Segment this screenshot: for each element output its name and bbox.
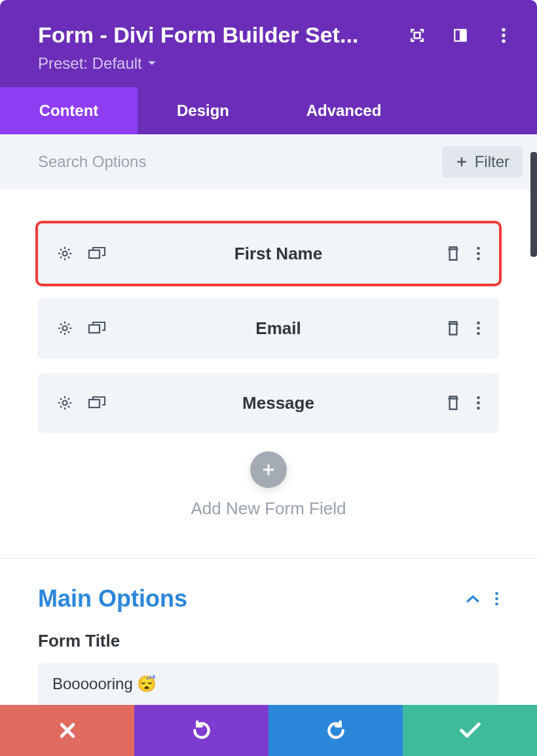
search-row: Filter [0, 134, 537, 189]
svg-rect-2 [455, 30, 460, 40]
svg-point-3 [502, 28, 505, 31]
more-icon[interactable] [476, 246, 481, 261]
content-area: First Name [0, 189, 537, 756]
svg-point-16 [63, 401, 67, 406]
svg-point-4 [502, 33, 505, 37]
more-icon[interactable] [476, 395, 481, 411]
trash-icon[interactable] [446, 394, 460, 411]
check-icon [459, 722, 481, 739]
svg-point-14 [477, 327, 480, 330]
field-row[interactable]: Email [38, 298, 499, 358]
redo-icon [325, 720, 346, 741]
responsive-icon[interactable] [451, 26, 470, 45]
svg-rect-7 [89, 250, 100, 258]
undo-button[interactable] [134, 705, 268, 756]
svg-point-21 [495, 592, 498, 595]
svg-rect-0 [415, 32, 420, 38]
field-row[interactable]: First Name [38, 223, 499, 284]
form-title-input[interactable]: Boooooring 😴 [38, 663, 499, 705]
svg-point-20 [477, 407, 480, 410]
svg-point-11 [63, 326, 67, 331]
svg-point-15 [477, 332, 480, 335]
svg-point-22 [495, 597, 498, 601]
svg-point-5 [502, 39, 505, 42]
svg-point-19 [477, 402, 480, 405]
portability-icon[interactable] [407, 26, 427, 45]
filter-label: Filter [475, 153, 509, 171]
svg-point-18 [477, 396, 480, 400]
svg-point-10 [477, 257, 480, 261]
save-button[interactable] [403, 705, 537, 756]
gear-icon[interactable] [56, 245, 73, 262]
add-field-button[interactable] [250, 451, 287, 488]
plus-icon [455, 155, 468, 168]
undo-icon [191, 720, 212, 741]
more-options-icon[interactable] [494, 26, 513, 45]
more-icon[interactable] [476, 320, 481, 336]
field-label: Message [135, 393, 422, 413]
section-header[interactable]: Main Options [38, 559, 499, 631]
section-more-icon[interactable] [494, 591, 499, 607]
cancel-button[interactable] [0, 705, 134, 756]
tab-advanced[interactable]: Advanced [268, 87, 419, 134]
field-label: Email [135, 318, 422, 339]
filter-button[interactable]: Filter [442, 146, 523, 178]
svg-point-13 [477, 322, 480, 325]
tab-content[interactable]: Content [0, 87, 138, 134]
panel-header: Form - Divi Form Builder Set... [0, 0, 537, 87]
chevron-down-icon [147, 60, 157, 67]
duplicate-icon[interactable] [88, 320, 106, 336]
trash-icon[interactable] [446, 245, 460, 262]
preset-selector[interactable]: Preset: Default [38, 54, 513, 73]
gear-icon[interactable] [56, 394, 73, 411]
footer-actions [0, 705, 537, 756]
tab-design[interactable]: Design [138, 87, 268, 134]
form-title-value: Boooooring 😴 [52, 675, 157, 692]
preset-label: Preset: Default [38, 54, 142, 73]
gear-icon[interactable] [56, 320, 73, 337]
svg-point-8 [477, 247, 480, 250]
add-field-label: Add New Form Field [38, 499, 499, 519]
trash-icon[interactable] [446, 320, 460, 337]
duplicate-icon[interactable] [88, 246, 106, 261]
close-icon [58, 721, 77, 740]
field-row[interactable]: Message [38, 373, 499, 433]
svg-point-9 [477, 252, 480, 255]
field-label: First Name [135, 244, 422, 264]
svg-point-6 [63, 252, 67, 256]
chevron-up-icon[interactable] [466, 594, 480, 603]
form-title-label: Form Title [38, 631, 499, 651]
panel-title: Form - Divi Form Builder Set... [38, 22, 358, 48]
svg-point-23 [495, 603, 498, 606]
plus-icon [261, 462, 276, 478]
search-input[interactable] [38, 153, 432, 171]
section-title: Main Options [38, 585, 187, 613]
svg-rect-17 [89, 400, 100, 407]
svg-rect-12 [89, 325, 100, 333]
tabs: Content Design Advanced [0, 87, 537, 134]
duplicate-icon[interactable] [88, 395, 106, 411]
redo-button[interactable] [268, 705, 403, 756]
